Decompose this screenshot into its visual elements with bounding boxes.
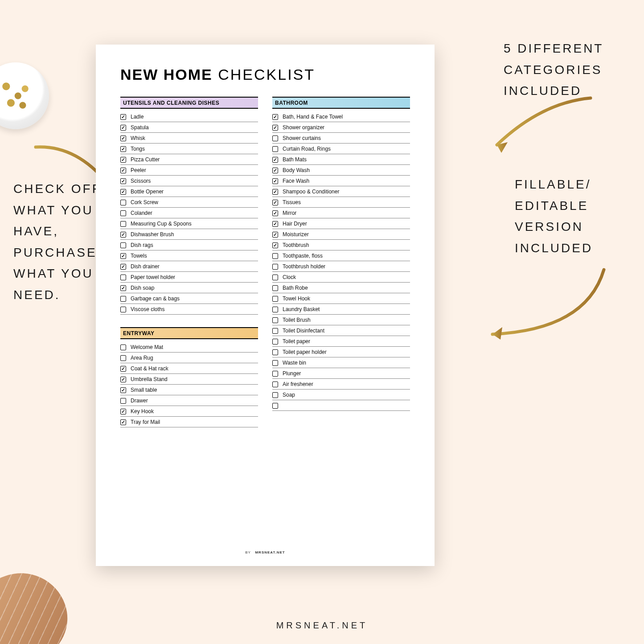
checkbox[interactable]	[272, 339, 278, 345]
checkbox[interactable]	[120, 135, 126, 141]
checkbox[interactable]	[120, 419, 126, 425]
checkbox[interactable]	[120, 345, 126, 350]
list-item: Coat & Hat rack	[120, 363, 258, 374]
item-label: Air freshener	[283, 381, 313, 387]
checkbox[interactable]	[120, 307, 126, 312]
checkbox[interactable]	[120, 210, 126, 216]
checkbox[interactable]	[272, 285, 278, 291]
checkbox[interactable]	[120, 221, 126, 227]
list-item: Moisturizer	[272, 229, 410, 240]
checkbox[interactable]	[120, 296, 126, 302]
checkbox[interactable]	[272, 189, 278, 195]
checkbox[interactable]	[272, 135, 278, 141]
sheet-footer: BY MRSNEAT.NET	[96, 550, 435, 554]
checkbox[interactable]	[120, 398, 126, 404]
checkbox[interactable]	[272, 296, 278, 302]
item-label: Face Wash	[283, 178, 309, 184]
checkbox[interactable]	[120, 146, 126, 152]
checkbox[interactable]	[120, 178, 126, 184]
checkbox[interactable]	[120, 366, 126, 372]
checkbox[interactable]	[272, 371, 278, 377]
list-item: Dish soap	[120, 283, 258, 293]
list-item: Towels	[120, 250, 258, 261]
checkbox[interactable]	[120, 285, 126, 291]
checkbox[interactable]	[272, 381, 278, 387]
list-item: Clock	[272, 272, 410, 283]
item-label: Clock	[283, 274, 296, 280]
checkbox[interactable]	[120, 275, 126, 280]
checkbox[interactable]	[120, 409, 126, 414]
checkbox[interactable]	[120, 264, 126, 270]
checkbox[interactable]	[272, 210, 278, 216]
checkbox[interactable]	[120, 232, 126, 238]
item-label: Spatula	[131, 124, 149, 131]
items-bathroom: Bath, Hand & Face TowelShower organizerS…	[272, 111, 410, 411]
checkbox[interactable]	[272, 146, 278, 152]
list-item: Mirror	[272, 208, 410, 218]
list-item: Tongs	[120, 144, 258, 154]
checkbox[interactable]	[272, 264, 278, 270]
checkbox[interactable]	[120, 114, 126, 120]
list-item: Tray for Mail	[120, 417, 258, 427]
item-label: Shampoo & Conditioner	[283, 189, 339, 195]
item-label: Umbrella Stand	[131, 376, 168, 382]
checkbox[interactable]	[120, 355, 126, 361]
list-item: Pizza Cutter	[120, 154, 258, 165]
checkbox[interactable]	[272, 114, 278, 120]
items-utensils: LadleSpatulaWhiskTongsPizza CutterPeeler…	[120, 111, 258, 315]
section-header-bathroom: BATHROOM	[272, 97, 410, 109]
item-label: Bath Robe	[283, 285, 308, 291]
list-item: Ladle	[120, 111, 258, 122]
checkbox[interactable]	[272, 275, 278, 280]
item-label: Dish soap	[131, 285, 154, 291]
section-entryway: ENTRYWAY Welcome MatArea RugCoat & Hat r…	[120, 327, 258, 427]
list-item: Body Wash	[272, 165, 410, 176]
checkbox[interactable]	[272, 221, 278, 227]
section-header-entryway: ENTRYWAY	[120, 327, 258, 339]
checkbox[interactable]	[120, 125, 126, 131]
checkbox[interactable]	[272, 360, 278, 366]
list-item: Shampoo & Conditioner	[272, 186, 410, 197]
item-label: Area Rug	[131, 355, 153, 361]
item-label: Welcome Mat	[131, 344, 163, 350]
checkbox[interactable]	[272, 403, 278, 409]
checkbox[interactable]	[272, 392, 278, 398]
item-label: Measuring Cup & Spoons	[131, 221, 192, 227]
list-item: Bath Mats	[272, 154, 410, 165]
checkbox[interactable]	[120, 168, 126, 173]
list-item: Peeler	[120, 165, 258, 176]
checkbox[interactable]	[272, 307, 278, 312]
item-label: Mirror	[283, 210, 296, 216]
checkbox[interactable]	[120, 200, 126, 205]
checkbox[interactable]	[120, 377, 126, 382]
checkbox[interactable]	[120, 253, 126, 259]
list-item: Viscose cloths	[120, 304, 258, 315]
column-right: BATHROOM Bath, Hand & Face TowelShower o…	[272, 97, 410, 427]
checkbox[interactable]	[120, 387, 126, 393]
item-label: Soap	[283, 392, 295, 398]
checkbox[interactable]	[272, 349, 278, 355]
item-label: Whisk	[131, 135, 145, 141]
list-item: Welcome Mat	[120, 342, 258, 353]
item-label: Scissors	[131, 178, 151, 184]
site-footer: MRSNEAT.NET	[0, 620, 644, 631]
checkbox[interactable]	[272, 232, 278, 238]
checkbox[interactable]	[272, 317, 278, 323]
item-label: Tongs	[131, 146, 145, 152]
title-bold: NEW HOME	[120, 66, 213, 83]
checkbox[interactable]	[272, 178, 278, 184]
list-item: Tissues	[272, 197, 410, 208]
checkbox[interactable]	[120, 157, 126, 163]
checkbox[interactable]	[272, 200, 278, 205]
checkbox[interactable]	[120, 189, 126, 195]
checkbox[interactable]	[272, 253, 278, 259]
item-label: Toilet paper	[283, 338, 310, 345]
checkbox[interactable]	[272, 157, 278, 163]
checkbox[interactable]	[272, 328, 278, 334]
checkbox[interactable]	[272, 242, 278, 248]
checkbox[interactable]	[272, 168, 278, 173]
checkbox[interactable]	[120, 242, 126, 248]
checkbox[interactable]	[272, 125, 278, 131]
footer-brand: MRSNEAT.NET	[255, 550, 285, 554]
list-item: Curtain Road, Rings	[272, 144, 410, 154]
